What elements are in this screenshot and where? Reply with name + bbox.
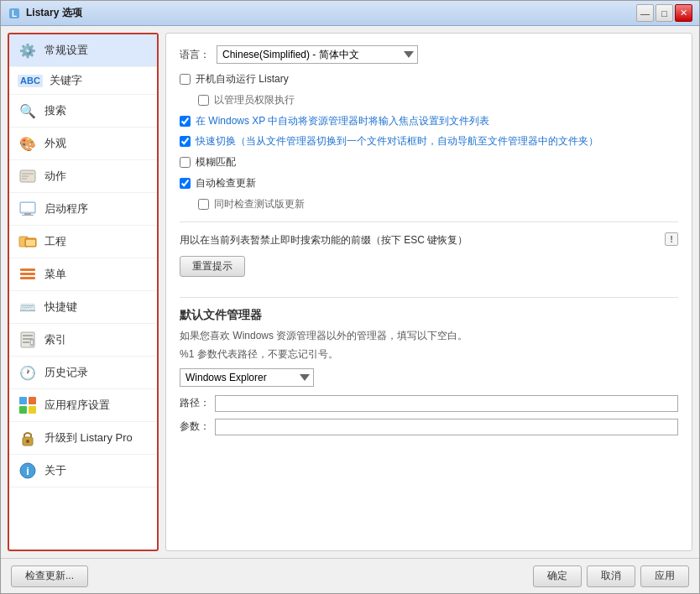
startup-icon bbox=[18, 199, 38, 219]
betaupdate-row: 同时检查测试版更新 bbox=[198, 197, 678, 211]
autoupdate-label[interactable]: 自动检查更新 bbox=[196, 176, 256, 190]
language-select[interactable]: Chinese(Simplified) - 简体中文 bbox=[217, 45, 418, 64]
svg-rect-8 bbox=[24, 213, 31, 215]
path-row: 路径： bbox=[180, 395, 678, 412]
search-icon: 🔍 bbox=[18, 101, 38, 121]
betaupdate-label[interactable]: 同时检查测试版更新 bbox=[214, 197, 305, 211]
path-input[interactable] bbox=[215, 395, 678, 412]
svg-rect-21 bbox=[31, 341, 33, 344]
window-title: Listary 选项 bbox=[26, 6, 636, 20]
quickswitch-label[interactable]: 快速切换（当从文件管理器切换到一个文件对话框时，自动导航至文件管理器中的文件夹） bbox=[196, 134, 598, 148]
autoupdate-row: 自动检查更新 bbox=[180, 176, 678, 190]
params-label: 参数： bbox=[180, 419, 210, 434]
admin-row: 以管理员权限执行 bbox=[198, 93, 678, 107]
default-fm-desc1: 如果您喜欢 Windows 资源管理器以外的管理器，填写以下空白。 bbox=[180, 328, 678, 343]
sidebar-item-about[interactable]: i 关于 bbox=[9, 455, 157, 487]
svg-rect-25 bbox=[29, 406, 36, 414]
sidebar-label-about: 关于 bbox=[44, 463, 66, 478]
sidebar-item-keyword[interactable]: ABC 关键字 bbox=[9, 67, 157, 95]
svg-rect-24 bbox=[19, 406, 27, 414]
autostart-label[interactable]: 开机自动运行 Listary bbox=[196, 72, 289, 86]
autostart-checkbox[interactable] bbox=[180, 74, 191, 85]
history-icon: 🕐 bbox=[18, 362, 38, 383]
sidebar: ⚙️ 常规设置 ABC 关键字 🔍 搜索 🎨 外观 bbox=[8, 33, 159, 551]
reset-hints-button[interactable]: 重置提示 bbox=[180, 256, 245, 277]
disable-hint-row: 用以在当前列表暂禁止即时搜索功能的前缀（按下 ESC 键恢复） ! bbox=[180, 232, 678, 248]
winxp-label[interactable]: 在 Windows XP 中自动将资源管理器时将输入焦点设置到文件列表 bbox=[196, 114, 489, 128]
sidebar-label-general: 常规设置 bbox=[44, 43, 88, 58]
reset-btn-container: 重置提示 bbox=[180, 256, 678, 287]
svg-rect-22 bbox=[19, 397, 27, 404]
params-input[interactable] bbox=[215, 419, 678, 435]
quickswitch-checkbox[interactable] bbox=[180, 136, 191, 147]
svg-rect-12 bbox=[26, 240, 35, 246]
admin-label[interactable]: 以管理员权限执行 bbox=[214, 93, 295, 107]
svg-text:i: i bbox=[26, 465, 29, 477]
sidebar-item-appearance[interactable]: 🎨 外观 bbox=[9, 128, 157, 160]
language-row: 语言： Chinese(Simplified) - 简体中文 bbox=[180, 45, 678, 64]
sidebar-item-search[interactable]: 🔍 搜索 bbox=[9, 95, 157, 128]
close-button[interactable]: ✕ bbox=[675, 4, 692, 22]
sidebar-item-history[interactable]: 🕐 历史记录 bbox=[9, 357, 157, 389]
svg-rect-23 bbox=[29, 397, 36, 404]
autoupdate-checkbox[interactable] bbox=[180, 178, 191, 189]
apply-button[interactable]: 应用 bbox=[640, 565, 689, 587]
lock-icon bbox=[18, 428, 38, 448]
sidebar-item-action[interactable]: 动作 bbox=[9, 160, 157, 193]
maximize-button[interactable]: □ bbox=[656, 4, 673, 22]
sidebar-item-index[interactable]: 索引 bbox=[9, 324, 157, 357]
sidebar-label-index: 索引 bbox=[44, 332, 66, 347]
svg-rect-17 bbox=[23, 335, 33, 336]
cancel-button[interactable]: 取消 bbox=[587, 565, 635, 587]
main-window: L Listary 选项 — □ ✕ ⚙️ 常规设置 ABC 关键字 🔍 bbox=[0, 0, 700, 594]
palette-icon: 🎨 bbox=[18, 133, 38, 154]
gear-icon: ⚙️ bbox=[18, 40, 38, 60]
title-bar: L Listary 选项 — □ ✕ bbox=[1, 1, 699, 26]
svg-rect-15 bbox=[20, 277, 35, 279]
check-update-button[interactable]: 检查更新... bbox=[11, 565, 88, 587]
bottom-bar: 检查更新... 确定 取消 应用 bbox=[1, 558, 699, 593]
sidebar-label-history: 历史记录 bbox=[44, 365, 88, 380]
sidebar-label-project: 工程 bbox=[44, 234, 66, 249]
sidebar-item-startup[interactable]: 启动程序 bbox=[9, 193, 157, 226]
file-manager-dropdown-row: Windows Explorer bbox=[180, 368, 678, 387]
content-area: ⚙️ 常规设置 ABC 关键字 🔍 搜索 🎨 外观 bbox=[1, 26, 699, 558]
language-label: 语言： bbox=[180, 48, 210, 62]
window-controls: — □ ✕ bbox=[636, 4, 692, 22]
fuzzy-row: 模糊匹配 bbox=[180, 155, 678, 169]
svg-text:L: L bbox=[12, 9, 17, 18]
keyboard-icon: ⌨️ bbox=[18, 297, 38, 317]
fuzzy-checkbox[interactable] bbox=[180, 157, 191, 168]
sidebar-label-upgrade: 升级到 Listary Pro bbox=[44, 430, 133, 446]
sidebar-label-startup: 启动程序 bbox=[44, 201, 88, 216]
sidebar-item-hotkey[interactable]: ⌨️ 快捷键 bbox=[9, 291, 157, 324]
svg-point-27 bbox=[26, 440, 29, 443]
info-icon[interactable]: ! bbox=[665, 232, 678, 246]
ok-button[interactable]: 确定 bbox=[533, 565, 582, 587]
fuzzy-label[interactable]: 模糊匹配 bbox=[196, 155, 236, 169]
file-manager-select[interactable]: Windows Explorer bbox=[180, 368, 314, 387]
disable-hint-text: 用以在当前列表暂禁止即时搜索功能的前缀（按下 ESC 键恢复） bbox=[180, 232, 660, 248]
about-icon: i bbox=[18, 461, 38, 481]
sidebar-item-menu[interactable]: 菜单 bbox=[9, 258, 157, 291]
window-icon: L bbox=[8, 7, 21, 20]
abc-icon: ABC bbox=[18, 75, 43, 87]
menu-icon bbox=[18, 264, 38, 284]
path-label: 路径： bbox=[180, 396, 210, 410]
sidebar-item-project[interactable]: 工程 bbox=[9, 226, 157, 258]
divider bbox=[180, 221, 678, 222]
minimize-button[interactable]: — bbox=[636, 4, 654, 22]
admin-checkbox[interactable] bbox=[198, 95, 209, 106]
svg-rect-19 bbox=[23, 341, 29, 343]
default-fm-title: 默认文件管理器 bbox=[180, 308, 678, 323]
svg-rect-9 bbox=[22, 215, 34, 216]
divider2 bbox=[180, 297, 678, 298]
sidebar-item-app-settings[interactable]: 应用程序设置 bbox=[9, 389, 157, 422]
sidebar-label-action: 动作 bbox=[44, 169, 66, 184]
sidebar-item-upgrade[interactable]: 升级到 Listary Pro bbox=[9, 422, 157, 455]
autostart-row: 开机自动运行 Listary bbox=[180, 72, 678, 86]
sidebar-item-general[interactable]: ⚙️ 常规设置 bbox=[9, 34, 157, 67]
sidebar-label-search: 搜索 bbox=[44, 103, 66, 118]
betaupdate-checkbox[interactable] bbox=[198, 199, 209, 210]
winxp-checkbox[interactable] bbox=[180, 116, 191, 127]
